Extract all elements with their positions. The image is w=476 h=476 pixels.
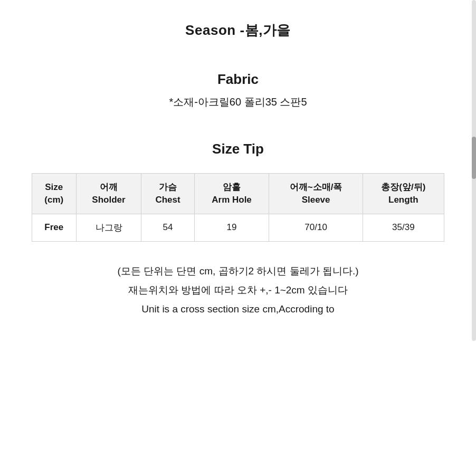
cell-length: 35/39 (363, 214, 444, 241)
cell-armhole: 19 (194, 214, 269, 241)
col-header-chest: 가슴 Chest (141, 174, 194, 214)
col-header-length: 총장(앞/뒤) Length (363, 174, 444, 214)
notes-line2: 재는위치와 방법에 따라 오차 +,- 1~2cm 있습니다 (32, 282, 444, 299)
col-header-size: Size (cm) (32, 174, 77, 214)
fabric-title: Fabric (32, 71, 444, 88)
sizetip-section: Size Tip (32, 141, 444, 157)
cell-size: Free (32, 214, 77, 241)
notes-section: (모든 단위는 단면 cm, 곱하기2 하시면 둘레가 됩니다.) 재는위치와 … (32, 263, 444, 318)
notes-line3: Unit is a cross section size cm,Accrodin… (32, 301, 444, 318)
scrollbar-thumb[interactable] (472, 137, 476, 179)
cell-shoulder: 나그랑 (76, 214, 141, 241)
table-row: Free 나그랑 54 19 70/10 35/39 (32, 214, 444, 241)
table-header-row: Size (cm) 어깨 Sholder 가슴 Chest 암홀 Arm Hol… (32, 174, 444, 214)
notes-line1: (모든 단위는 단면 cm, 곱하기2 하시면 둘레가 됩니다.) (32, 263, 444, 280)
fabric-detail: *소재-아크릴60 폴리35 스판5 (32, 95, 444, 109)
season-label: Season -봄,가을 (185, 22, 291, 38)
page-container: Season -봄,가을 Fabric *소재-아크릴60 폴리35 스판5 S… (0, 0, 476, 341)
col-header-armhole: 암홀 Arm Hole (194, 174, 269, 214)
fabric-section: Fabric *소재-아크릴60 폴리35 스판5 (32, 71, 444, 109)
season-section: Season -봄,가을 (32, 21, 444, 40)
size-table-wrapper: Size (cm) 어깨 Sholder 가슴 Chest 암홀 Arm Hol… (32, 173, 444, 242)
col-header-sleeve: 어깨~소매/폭 Sleeve (269, 174, 363, 214)
sizetip-title: Size Tip (32, 141, 444, 157)
cell-sleeve: 70/10 (269, 214, 363, 241)
cell-chest: 54 (141, 214, 194, 241)
size-table: Size (cm) 어깨 Sholder 가슴 Chest 암홀 Arm Hol… (32, 173, 444, 242)
scrollbar-track[interactable] (472, 0, 476, 341)
col-header-shoulder: 어깨 Sholder (76, 174, 141, 214)
